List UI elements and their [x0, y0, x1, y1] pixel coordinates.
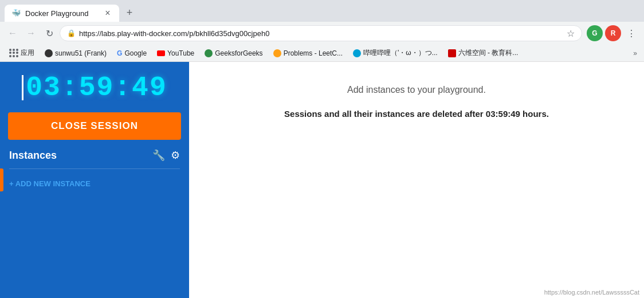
sidebar: 03:59:49 CLOSE SESSION Instances 🔧 ⚙ + A…: [0, 62, 189, 298]
add-new-instance-link[interactable]: + ADD NEW INSTANCE: [9, 179, 91, 188]
bookmark-github[interactable]: sunwu51 (Frank): [40, 48, 111, 58]
tab-close-button[interactable]: ×: [103, 9, 112, 18]
instances-header: Instances 🔧 ⚙: [0, 142, 189, 168]
leetcode-icon: [273, 49, 281, 57]
more-options-button[interactable]: ⋮: [623, 25, 639, 41]
bilibili-icon: [353, 49, 361, 57]
new-tab-button[interactable]: +: [121, 5, 138, 21]
bookmark-gfg[interactable]: GeeksforGeeks: [200, 48, 267, 58]
url-text: https://labs.play-with-docker.com/p/bkhl…: [79, 29, 563, 38]
bookmark-leetcode[interactable]: Problems - LeetC...: [269, 48, 347, 58]
bookmark-youtube-label: YouTube: [167, 49, 194, 57]
bookmark-csdn-label: 六维空间 - 教育科...: [458, 48, 519, 58]
close-session-button[interactable]: CLOSE SESSION: [8, 112, 181, 140]
instances-title: Instances: [9, 150, 152, 162]
csdn-icon: [448, 49, 456, 57]
bookmark-github-label: sunwu51 (Frank): [55, 49, 107, 57]
reload-button[interactable]: ↻: [41, 25, 57, 41]
footer-link: https://blog.csdn.net/LawsssssCat: [544, 289, 639, 296]
tab-title: Docker Playground: [25, 9, 99, 18]
sidebar-indicator: [0, 168, 3, 191]
address-bar[interactable]: 🔒 https://labs.play-with-docker.com/p/bk…: [60, 25, 582, 41]
sessions-warning-text: Sessions and all their instances are del…: [284, 109, 549, 119]
bookmark-bilibili-label: 哔哩哔哩（'・ω・）つ...: [363, 48, 438, 58]
user-avatar-green[interactable]: G: [587, 25, 603, 41]
back-button[interactable]: ←: [5, 25, 21, 41]
active-tab[interactable]: 🐳 Docker Playground ×: [5, 5, 119, 22]
forward-button[interactable]: →: [23, 25, 39, 41]
google-icon: G: [117, 49, 122, 57]
user-avatar-red[interactable]: R: [605, 25, 621, 41]
bookmarks-bar: 应用 sunwu51 (Frank) G Google YouTube Geek…: [0, 45, 644, 62]
bookmark-bilibili[interactable]: 哔哩哔哩（'・ω・）つ...: [348, 47, 442, 59]
wrench-icon[interactable]: 🔧: [152, 149, 165, 162]
cursor-blink: [22, 75, 23, 100]
navigation-bar: ← → ↻ 🔒 https://labs.play-with-docker.co…: [0, 22, 644, 45]
youtube-icon: [157, 50, 165, 56]
add-instances-text: Add instances to your playground.: [347, 85, 486, 95]
lock-icon: 🔒: [67, 29, 76, 37]
gfg-icon: [205, 49, 213, 57]
bookmark-google[interactable]: G Google: [112, 48, 151, 58]
bookmark-leetcode-label: Problems - LeetC...: [284, 49, 343, 57]
github-icon: [45, 49, 53, 57]
tab-bar: 🐳 Docker Playground × +: [0, 0, 644, 22]
content-area: Add instances to your playground. Sessio…: [189, 62, 644, 298]
bookmarks-more-button[interactable]: »: [631, 48, 639, 58]
nav-right-buttons: G R ⋮: [587, 25, 639, 41]
apps-grid-icon: [9, 49, 18, 58]
bookmark-youtube[interactable]: YouTube: [152, 48, 199, 58]
bookmark-gfg-label: GeeksforGeeks: [215, 49, 262, 57]
bookmark-google-label: Google: [124, 49, 147, 57]
main-area: 03:59:49 CLOSE SESSION Instances 🔧 ⚙ + A…: [0, 62, 644, 298]
add-instance-section: + ADD NEW INSTANCE: [0, 169, 189, 198]
bookmark-apps[interactable]: 应用: [5, 47, 39, 59]
gear-icon[interactable]: ⚙: [171, 149, 180, 162]
instances-icons: 🔧 ⚙: [152, 149, 180, 162]
timer-display: 03:59:49: [26, 72, 167, 103]
bookmark-csdn[interactable]: 六维空间 - 教育科...: [443, 47, 523, 59]
bookmark-apps-label: 应用: [21, 48, 34, 58]
timer-area: 03:59:49: [0, 62, 189, 112]
tab-favicon: 🐳: [11, 9, 21, 18]
bookmark-star-icon[interactable]: ☆: [567, 28, 575, 39]
